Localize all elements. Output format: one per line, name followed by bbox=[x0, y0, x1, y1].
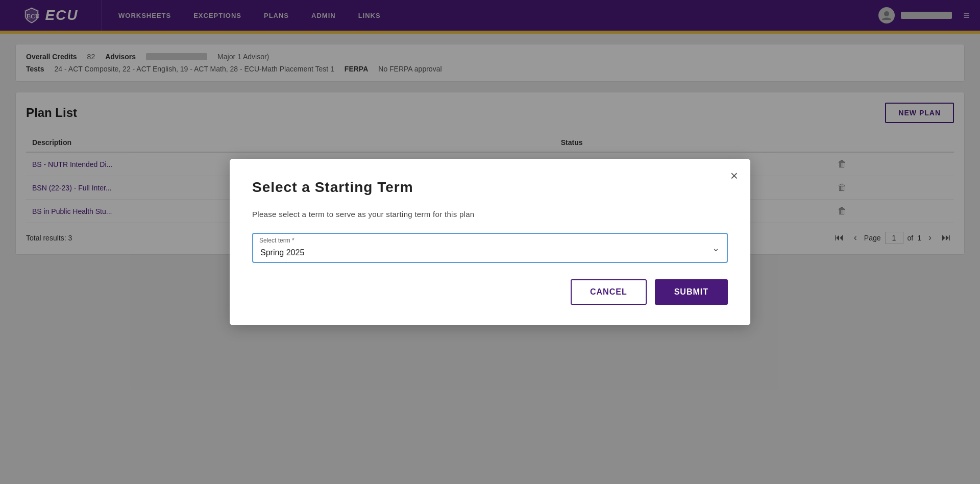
modal-title: Select a Starting Term bbox=[252, 179, 728, 196]
select-term-dropdown[interactable]: Spring 2025 Fall 2025 Summer 2025 Fall 2… bbox=[252, 233, 728, 263]
submit-button[interactable]: SUBMIT bbox=[655, 279, 728, 305]
modal-overlay[interactable]: × Select a Starting Term Please select a… bbox=[0, 0, 980, 484]
modal-close-button[interactable]: × bbox=[730, 169, 738, 182]
modal-actions: CANCEL SUBMIT bbox=[252, 279, 728, 305]
modal-description: Please select a term to serve as your st… bbox=[252, 210, 728, 219]
term-select-wrapper: Select term * Spring 2025 Fall 2025 Summ… bbox=[252, 233, 728, 263]
select-term-label: Select term * bbox=[259, 237, 295, 244]
cancel-button[interactable]: CANCEL bbox=[571, 279, 647, 305]
select-term-modal: × Select a Starting Term Please select a… bbox=[230, 159, 750, 325]
